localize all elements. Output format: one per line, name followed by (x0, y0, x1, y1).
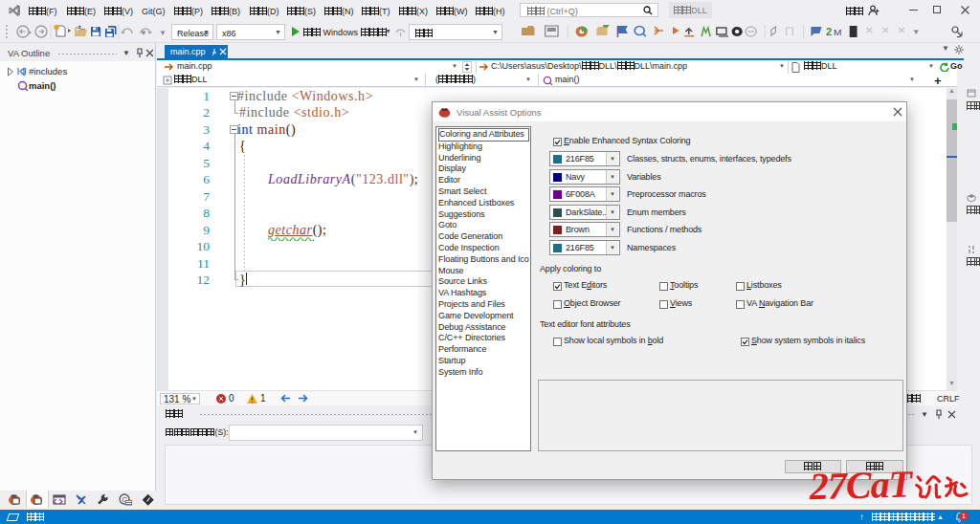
svg-text:▼: ▼ (912, 27, 921, 35)
svg-text:M: M (834, 28, 841, 37)
svg-text:2: 2 (826, 27, 832, 37)
